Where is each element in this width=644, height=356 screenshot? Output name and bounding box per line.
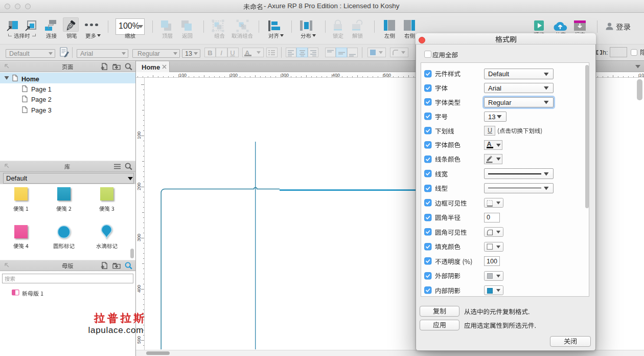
svg-text:500: 500 [383,73,391,78]
svg-text:200: 200 [230,73,238,78]
svg-text:100: 100 [179,73,187,78]
svg-text:1000: 1000 [639,73,644,78]
svg-text:300: 300 [281,73,289,78]
svg-text:400: 400 [332,73,340,78]
